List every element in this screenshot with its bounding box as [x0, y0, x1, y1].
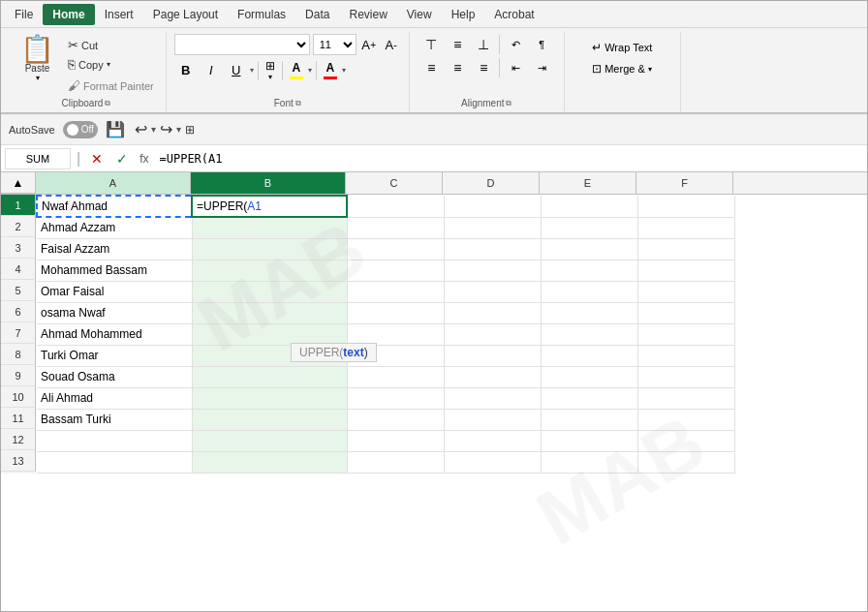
cell-6-2[interactable] [347, 302, 444, 323]
cell-reference-input[interactable] [5, 148, 71, 169]
cell-1-1[interactable]: =UPPER(A1 [192, 196, 347, 217]
font-expand-icon[interactable]: ⧉ [295, 99, 301, 108]
cell-3-3[interactable] [444, 238, 541, 260]
row-header-8[interactable]: 8 [1, 344, 36, 365]
align-top-button[interactable]: ⊤ [418, 34, 444, 55]
bold-button[interactable]: B [174, 60, 198, 81]
col-header-B[interactable]: B [191, 172, 346, 194]
cell-13-2[interactable] [347, 451, 444, 473]
menu-help[interactable]: Help [442, 4, 485, 25]
cell-10-2[interactable] [347, 387, 444, 409]
font-color-button[interactable]: A [321, 59, 340, 80]
cell-10-3[interactable] [444, 387, 541, 409]
cell-11-2[interactable] [347, 409, 444, 430]
col-header-C[interactable]: C [346, 172, 443, 194]
cell-4-4[interactable] [541, 260, 637, 281]
menu-file[interactable]: File [5, 4, 43, 25]
font-size-select[interactable]: 11 [313, 34, 356, 55]
menu-insert[interactable]: Insert [95, 4, 143, 25]
align-center-button[interactable]: ≡ [445, 57, 470, 78]
cell-4-1[interactable] [192, 260, 347, 281]
row-header-10[interactable]: 10 [1, 386, 36, 408]
cell-1-0[interactable]: Nwaf Ahmad [37, 196, 192, 217]
fill-dropdown[interactable]: ▾ [308, 66, 312, 75]
align-left-button[interactable]: ≡ [418, 57, 444, 78]
row-header-11[interactable]: 11 [1, 408, 36, 429]
cell-5-1[interactable] [192, 281, 347, 302]
cell-1-4[interactable] [541, 196, 637, 217]
increase-indent-button[interactable]: ⇥ [529, 57, 554, 78]
cell-12-5[interactable] [637, 430, 734, 451]
paste-button[interactable]: 📋 Paste ▾ [15, 34, 60, 84]
cell-6-4[interactable] [541, 302, 637, 323]
menu-home[interactable]: Home [43, 4, 94, 25]
menu-acrobat[interactable]: Acrobat [484, 4, 543, 25]
menu-page-layout[interactable]: Page Layout [143, 4, 228, 25]
cell-9-3[interactable] [444, 366, 541, 387]
cell-4-5[interactable] [637, 260, 734, 281]
cell-1-5[interactable] [637, 196, 734, 217]
border-color-button[interactable]: ⊞ ▾ [263, 57, 278, 83]
cell-12-4[interactable] [541, 430, 637, 451]
cell-12-0[interactable] [37, 430, 192, 451]
cell-6-3[interactable] [444, 302, 541, 323]
row-header-13[interactable]: 13 [1, 450, 36, 472]
merge-dropdown[interactable]: ▾ [648, 65, 652, 74]
cell-3-2[interactable] [347, 238, 444, 260]
cell-10-0[interactable]: Ali Ahmad [37, 387, 192, 409]
cell-9-0[interactable]: Souad Osama [37, 366, 192, 387]
cell-7-3[interactable] [444, 323, 541, 345]
cell-7-0[interactable]: Ahmad Mohammed [37, 323, 192, 345]
cell-7-1[interactable] [192, 323, 347, 345]
cell-9-5[interactable] [637, 366, 734, 387]
cell-13-0[interactable] [37, 451, 192, 473]
autosave-toggle[interactable]: Off [63, 121, 98, 138]
merge-button[interactable]: ⊡ Merge & ▾ [587, 59, 657, 78]
cell-4-2[interactable] [347, 260, 444, 281]
menu-review[interactable]: Review [339, 4, 396, 25]
cell-6-1[interactable] [192, 302, 347, 323]
font-decrease-button[interactable]: A- [382, 34, 401, 55]
cell-5-4[interactable] [541, 281, 637, 302]
cell-7-5[interactable] [637, 323, 734, 345]
decrease-indent-button[interactable]: ⇤ [503, 57, 528, 78]
underline-dropdown[interactable]: ▾ [250, 66, 254, 75]
undo-button[interactable]: ↩ [133, 118, 149, 140]
border-dropdown[interactable]: ▾ [268, 73, 272, 81]
cell-2-5[interactable] [637, 217, 734, 238]
row-header-7[interactable]: 7 [1, 322, 36, 344]
align-middle-button[interactable]: ≡ [445, 34, 470, 55]
row-header-1[interactable]: 1 [1, 195, 36, 216]
indent-increase-button[interactable]: ¶ [529, 34, 554, 55]
row-header-12[interactable]: 12 [1, 429, 36, 450]
cell-7-2[interactable] [347, 323, 444, 345]
cell-9-1[interactable] [192, 366, 347, 387]
cell-2-3[interactable] [444, 217, 541, 238]
save-button[interactable]: 💾 [106, 120, 125, 138]
col-header-E[interactable]: E [540, 172, 636, 194]
cell-11-0[interactable]: Bassam Turki [37, 409, 192, 430]
menu-view[interactable]: View [397, 4, 442, 25]
wrap-text-button[interactable]: ↵ Wrap Text [587, 38, 657, 57]
cell-2-2[interactable] [347, 217, 444, 238]
cell-5-3[interactable] [444, 281, 541, 302]
cell-8-0[interactable]: Turki Omar [37, 345, 192, 366]
cancel-formula-button[interactable]: ✕ [86, 148, 108, 169]
underline-button[interactable]: U [225, 60, 248, 81]
cell-2-0[interactable]: Ahmad Azzam [37, 217, 192, 238]
cell-8-4[interactable] [541, 345, 637, 366]
copy-button[interactable]: ⎘ Copy ▾ [64, 55, 158, 74]
italic-button[interactable]: I [200, 60, 223, 81]
cell-5-0[interactable]: Omar Faisal [37, 281, 192, 302]
cell-13-1[interactable] [192, 451, 347, 473]
font-increase-button[interactable]: A+ [359, 34, 379, 55]
cell-7-4[interactable] [541, 323, 637, 345]
text-direction-button[interactable]: ↶ [503, 34, 528, 55]
cell-6-5[interactable] [637, 302, 734, 323]
confirm-formula-button[interactable]: ✓ [111, 148, 133, 169]
formula-input[interactable] [156, 148, 864, 169]
row-header-6[interactable]: 6 [1, 301, 36, 322]
cell-1-3[interactable] [444, 196, 541, 217]
row-header-4[interactable]: 4 [1, 259, 36, 280]
cell-5-5[interactable] [637, 281, 734, 302]
